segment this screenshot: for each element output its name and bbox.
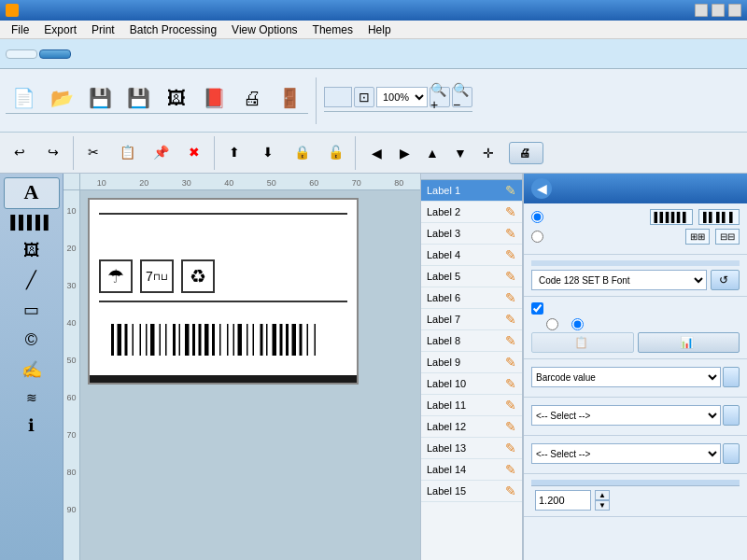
label-item-8[interactable]: Label 8 ✎ xyxy=(421,330,522,352)
tab-barcode-designing[interactable] xyxy=(39,49,71,59)
paste-button[interactable]: 📌 xyxy=(145,142,176,163)
zoom-out-button[interactable]: 🔍− xyxy=(452,87,472,107)
print-label-button[interactable]: 🖨 xyxy=(234,85,270,113)
tab-quick-barcode[interactable] xyxy=(6,49,37,59)
exit-button[interactable]: 🚪 xyxy=(272,85,308,113)
tool-text[interactable]: A xyxy=(4,177,60,209)
props-back-button[interactable]: ◀ xyxy=(531,178,552,199)
top-button[interactable]: ▲ xyxy=(419,143,445,163)
label-item-6[interactable]: Label 6 ✎ xyxy=(421,287,522,309)
undo-button[interactable]: ↩ xyxy=(4,142,35,163)
batch-checkbox[interactable] xyxy=(531,302,543,315)
lock-button[interactable]: 🔒 xyxy=(286,142,317,163)
tool-line[interactable]: ╱ xyxy=(4,267,60,295)
redo-button[interactable]: ↪ xyxy=(37,142,69,163)
tool-shapes[interactable]: ▭ xyxy=(4,297,60,325)
bar-height-up-button[interactable]: ▲ xyxy=(595,490,610,500)
label-item-6-edit-icon[interactable]: ✎ xyxy=(505,290,516,305)
barcode-value-dropdown[interactable]: Barcode value xyxy=(531,367,721,387)
close-button[interactable] xyxy=(728,4,741,17)
new-button[interactable]: 📄 xyxy=(6,85,42,113)
select-excel-radio[interactable] xyxy=(571,318,584,330)
label-workspace[interactable]: ☂ 7⊓⊔ ♻ // Generate rando xyxy=(80,190,420,560)
menu-help[interactable]: Help xyxy=(360,21,399,38)
label-item-13-edit-icon[interactable]: ✎ xyxy=(505,441,516,455)
label-item-15-edit-icon[interactable]: ✎ xyxy=(505,483,516,498)
copy-button[interactable]: 📋 xyxy=(111,142,143,163)
barcode-value-view-button[interactable] xyxy=(723,367,740,387)
label-item-2-edit-icon[interactable]: ✎ xyxy=(505,204,516,219)
label-item-5-edit-icon[interactable]: ✎ xyxy=(505,269,516,284)
right-button[interactable]: ▶ xyxy=(391,143,417,163)
menu-file[interactable]: File xyxy=(4,21,36,38)
label-item-11-edit-icon[interactable]: ✎ xyxy=(505,398,516,413)
barcode-header-view-button[interactable] xyxy=(723,405,740,426)
label-item-3-edit-icon[interactable]: ✎ xyxy=(505,226,516,241)
linear-barcode-radio-label[interactable] xyxy=(531,211,547,223)
barcode-footer-dropdown[interactable]: <-- Select --> xyxy=(531,443,721,464)
to-front-button[interactable]: ⬆ xyxy=(218,142,250,163)
tool-signature[interactable]: ✍ xyxy=(4,357,60,385)
2d-barcode-radio-label[interactable] xyxy=(531,231,547,243)
bottom-button[interactable]: ▼ xyxy=(447,143,473,163)
label-item-15[interactable]: Label 15 ✎ xyxy=(421,481,522,502)
label-item-3[interactable]: Label 3 ✎ xyxy=(421,223,522,245)
label-item-1-edit-icon[interactable]: ✎ xyxy=(505,183,516,198)
menu-batch[interactable]: Batch Processing xyxy=(122,21,224,38)
open-button[interactable]: 📂 xyxy=(44,85,80,113)
zoom-in-button[interactable]: 🔍+ xyxy=(430,87,450,107)
label-item-4[interactable]: Label 4 ✎ xyxy=(421,245,522,266)
label-item-13[interactable]: Label 13 ✎ xyxy=(421,438,522,459)
barcode-header-dropdown[interactable]: <-- Select --> xyxy=(531,405,721,426)
label-item-12-edit-icon[interactable]: ✎ xyxy=(505,419,516,434)
maximize-button[interactable] xyxy=(712,4,725,17)
center-button[interactable]: ✛ xyxy=(475,143,501,163)
save-button[interactable]: 💾 xyxy=(82,85,119,113)
barcode-footer-view-button[interactable] xyxy=(723,443,740,464)
label-item-7[interactable]: Label 7 ✎ xyxy=(421,309,522,330)
manage-list-button[interactable]: 📋 xyxy=(531,332,634,353)
label-item-7-edit-icon[interactable]: ✎ xyxy=(505,312,516,327)
label-item-10-edit-icon[interactable]: ✎ xyxy=(505,376,516,391)
label-item-1[interactable]: Label 1 ✎ xyxy=(421,180,522,202)
tool-watermark[interactable]: ≋ xyxy=(4,386,60,411)
2d-barcode-radio[interactable] xyxy=(531,231,543,243)
to-back-button[interactable]: ⬇ xyxy=(252,142,284,163)
minimize-button[interactable] xyxy=(695,4,708,17)
label-canvas[interactable]: ☂ 7⊓⊔ ♻ // Generate rando xyxy=(88,198,359,385)
select-excel-radio-label[interactable] xyxy=(571,318,587,330)
print-button[interactable]: 🖨 xyxy=(509,142,543,164)
font-dropdown[interactable]: Code 128 SET B Font Code 39 Font EAN-13 … xyxy=(531,270,707,290)
delete-button[interactable]: ✖ xyxy=(178,142,210,163)
label-item-9-edit-icon[interactable]: ✎ xyxy=(505,355,516,370)
reset-button[interactable]: ↺ xyxy=(711,270,740,290)
cut-button[interactable]: ✂ xyxy=(78,142,109,163)
export-pdf-button[interactable]: 📕 xyxy=(196,85,233,113)
select-series-radio[interactable] xyxy=(546,318,558,330)
left-button[interactable]: ◀ xyxy=(363,143,389,163)
tool-barcode[interactable]: ▌▌▌▌▌ xyxy=(4,211,60,235)
menu-export[interactable]: Export xyxy=(36,21,84,38)
menu-print[interactable]: Print xyxy=(84,21,122,38)
unlock-button[interactable]: 🔓 xyxy=(319,142,351,163)
tool-symbol[interactable]: © xyxy=(4,327,60,355)
label-item-14[interactable]: Label 14 ✎ xyxy=(421,459,522,481)
ratio-button[interactable] xyxy=(324,87,352,107)
label-item-14-edit-icon[interactable]: ✎ xyxy=(505,462,516,477)
label-item-11[interactable]: Label 11 ✎ xyxy=(421,395,522,416)
batch-checkbox-row[interactable] xyxy=(531,302,740,315)
label-item-9[interactable]: Label 9 ✎ xyxy=(421,352,522,373)
label-item-12[interactable]: Label 12 ✎ xyxy=(421,416,522,438)
load-excel-button[interactable]: 📊 xyxy=(638,332,740,353)
label-item-10[interactable]: Label 10 ✎ xyxy=(421,373,522,395)
zoom-dropdown[interactable]: 100% 75% 50% 150% 200% xyxy=(376,87,428,107)
label-item-8-edit-icon[interactable]: ✎ xyxy=(505,333,516,348)
select-series-radio-label[interactable] xyxy=(546,318,562,330)
tool-image[interactable]: 🖼 xyxy=(4,237,60,265)
menu-view[interactable]: View Options xyxy=(224,21,304,38)
linear-barcode-radio[interactable] xyxy=(531,211,543,223)
label-item-5[interactable]: Label 5 ✎ xyxy=(421,266,522,287)
save-as-button[interactable]: 💾 xyxy=(120,85,157,113)
label-item-2[interactable]: Label 2 ✎ xyxy=(421,202,522,223)
tool-label-info[interactable]: ℹ xyxy=(4,413,60,441)
